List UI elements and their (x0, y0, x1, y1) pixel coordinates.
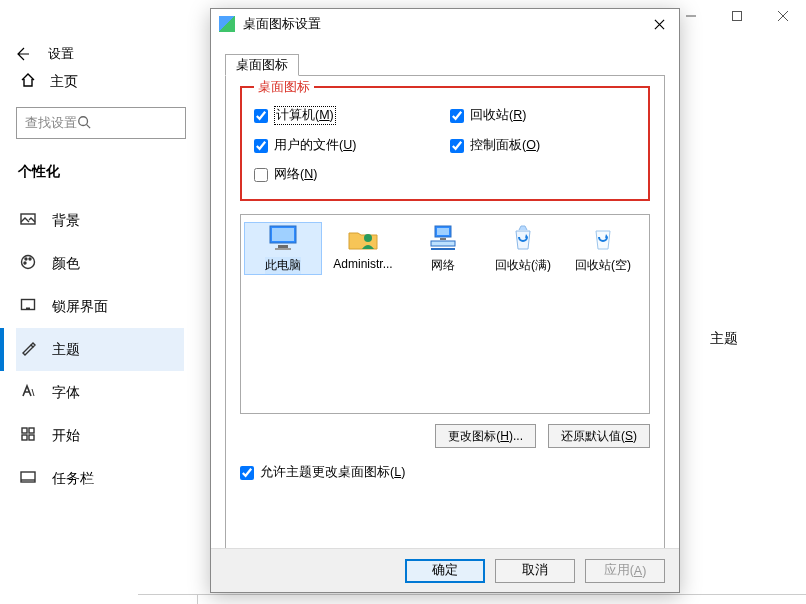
nav-background[interactable]: 背景 (16, 199, 184, 242)
svg-rect-8 (26, 308, 30, 310)
dialog-footer: 确定 取消 应用(A) (211, 548, 679, 592)
nav-item-label: 锁屏界面 (52, 298, 108, 316)
nav-item-label: 开始 (52, 427, 80, 445)
svg-rect-10 (29, 428, 34, 433)
window-controls (668, 0, 806, 32)
icon-preview-list: 此电脑 Administr... 网络 回收站(满) (240, 214, 650, 414)
nav-item-label: 主题 (52, 341, 80, 359)
close-button[interactable] (760, 0, 806, 32)
user-folder-icon (346, 223, 380, 253)
search-input[interactable]: 查找设置 (16, 107, 186, 139)
preview-thispc[interactable]: 此电脑 (245, 223, 321, 274)
image-icon (20, 211, 36, 230)
ok-button[interactable]: 确定 (405, 559, 485, 583)
svg-point-19 (364, 234, 372, 242)
restore-defaults-button[interactable]: 还原默认值(S) (548, 424, 650, 448)
dialog-body: 桌面图标 桌面图标 计算机(M) 回收站(R) 用户的文 (211, 39, 679, 570)
dialog-titlebar: 桌面图标设置 (211, 9, 679, 39)
svg-point-3 (22, 256, 35, 269)
dialog-close-button[interactable] (639, 9, 679, 39)
checkbox-network[interactable]: 网络(N) (254, 166, 440, 183)
preview-label: 回收站(满) (495, 257, 551, 274)
taskbar-icon (20, 469, 36, 488)
nav-lockscreen[interactable]: 锁屏界面 (16, 285, 184, 328)
checkbox-controlpanel-input[interactable] (450, 139, 464, 153)
preview-recyclebin-empty[interactable]: 回收站(空) (565, 223, 641, 274)
nav-colors[interactable]: 颜色 (16, 242, 184, 285)
svg-rect-0 (733, 12, 742, 21)
nav-item-label: 字体 (52, 384, 80, 402)
recyclebin-full-icon (506, 223, 540, 253)
allow-themes-input[interactable] (240, 466, 254, 480)
dialog-appicon (219, 16, 235, 32)
svg-rect-18 (275, 248, 291, 250)
network-icon (426, 223, 460, 253)
icon-action-buttons: 更改图标(H)... 还原默认值(S) (435, 424, 650, 448)
svg-rect-11 (22, 435, 27, 440)
start-icon (20, 426, 36, 445)
maximize-button[interactable] (714, 0, 760, 32)
home-icon (20, 72, 36, 91)
svg-rect-21 (437, 228, 449, 235)
group-label: 桌面图标 (254, 79, 314, 96)
svg-rect-23 (431, 241, 455, 246)
tab-strip: 桌面图标 (225, 49, 665, 75)
nav-home[interactable]: 主页 (16, 64, 184, 107)
checkbox-computer-input[interactable] (254, 109, 268, 123)
preview-label: 网络 (431, 257, 455, 274)
apply-button[interactable]: 应用(A) (585, 559, 665, 583)
category-heading: 个性化 (18, 163, 184, 181)
preview-recyclebin-full[interactable]: 回收站(满) (485, 223, 561, 274)
settings-sidebar: 主页 查找设置 个性化 背景 颜色 锁屏界面 主题 (0, 54, 200, 500)
checkbox-computer[interactable]: 计算机(M) (254, 106, 440, 125)
change-icon-button[interactable]: 更改图标(H)... (435, 424, 536, 448)
checkbox-grid: 计算机(M) 回收站(R) 用户的文件(U) 控制面板(O) (254, 106, 636, 183)
svg-rect-12 (29, 435, 34, 440)
nav-taskbar[interactable]: 任务栏 (16, 457, 184, 500)
themes-icon (20, 340, 36, 359)
recyclebin-empty-icon (586, 223, 620, 253)
svg-rect-17 (278, 245, 288, 248)
nav-themes[interactable]: 主题 (16, 328, 184, 371)
cancel-button[interactable]: 取消 (495, 559, 575, 583)
preview-userfolder[interactable]: Administr... (325, 223, 401, 274)
svg-rect-9 (22, 428, 27, 433)
nav-item-label: 颜色 (52, 255, 80, 273)
checkbox-userfiles-input[interactable] (254, 139, 268, 153)
bottom-separator (138, 594, 806, 604)
dialog-title: 桌面图标设置 (243, 16, 639, 33)
search-placeholder: 查找设置 (25, 114, 77, 132)
svg-point-5 (29, 258, 31, 260)
nav-home-label: 主页 (50, 73, 78, 91)
checkbox-userfiles[interactable]: 用户的文件(U) (254, 137, 440, 154)
lockscreen-icon (20, 297, 36, 316)
nav-fonts[interactable]: 字体 (16, 371, 184, 414)
svg-point-1 (79, 116, 88, 125)
palette-icon (20, 254, 36, 273)
nav-start[interactable]: 开始 (16, 414, 184, 457)
checkbox-recyclebin-input[interactable] (450, 109, 464, 123)
checkbox-controlpanel[interactable]: 控制面板(O) (450, 137, 636, 154)
content-heading-stub: 主题 (710, 330, 738, 348)
nav-item-label: 任务栏 (52, 470, 94, 488)
allow-themes-checkbox[interactable]: 允许主题更改桌面图标(L) (240, 464, 405, 481)
svg-point-4 (25, 258, 27, 260)
svg-rect-22 (440, 238, 446, 240)
preview-label: 回收站(空) (575, 257, 631, 274)
checkbox-network-input[interactable] (254, 168, 268, 182)
nav-item-label: 背景 (52, 212, 80, 230)
preview-label: 此电脑 (265, 257, 301, 274)
desktop-icon-settings-dialog: 桌面图标设置 桌面图标 桌面图标 计算机(M) 回收站(R) (210, 8, 680, 593)
preview-network[interactable]: 网络 (405, 223, 481, 274)
tab-panel: 桌面图标 计算机(M) 回收站(R) 用户的文件(U) (225, 75, 665, 570)
tab-desktop-icons[interactable]: 桌面图标 (225, 54, 299, 76)
svg-point-6 (24, 262, 26, 264)
preview-label: Administr... (333, 257, 392, 271)
svg-rect-16 (272, 228, 294, 241)
desktop-icons-group: 桌面图标 计算机(M) 回收站(R) 用户的文件(U) (240, 86, 650, 201)
fonts-icon (20, 383, 36, 402)
monitor-icon (266, 223, 300, 253)
search-icon (77, 115, 91, 132)
checkbox-recyclebin[interactable]: 回收站(R) (450, 106, 636, 125)
